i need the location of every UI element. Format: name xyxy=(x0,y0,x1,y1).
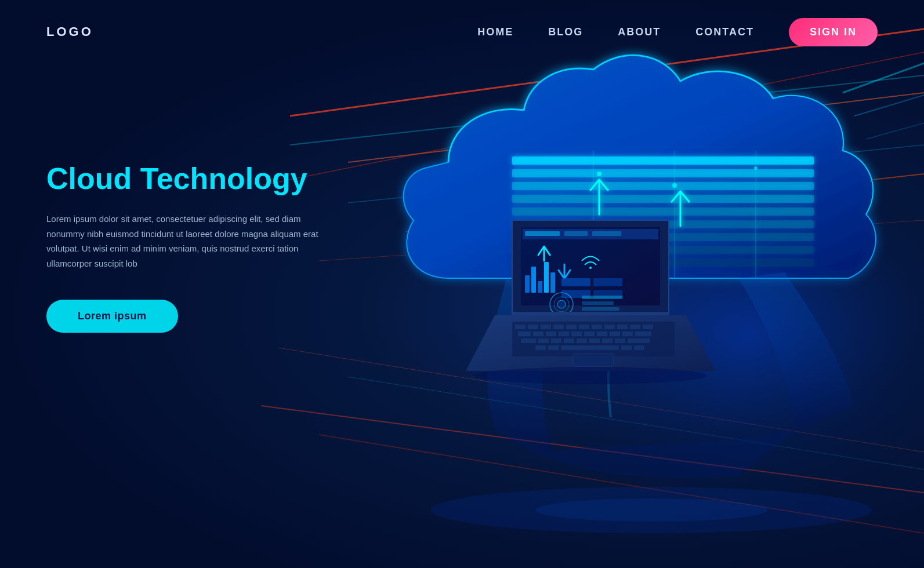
svg-rect-49 xyxy=(541,325,551,329)
svg-rect-45 xyxy=(512,312,669,315)
svg-rect-42 xyxy=(582,296,622,299)
svg-rect-74 xyxy=(602,338,613,343)
svg-rect-68 xyxy=(521,338,536,343)
hero-title: Cloud Technology xyxy=(46,162,319,195)
svg-rect-63 xyxy=(584,332,595,336)
svg-rect-33 xyxy=(544,262,549,293)
svg-rect-67 xyxy=(635,332,651,336)
svg-rect-75 xyxy=(615,338,625,343)
hero-illustration xyxy=(332,35,924,556)
svg-rect-15 xyxy=(512,195,814,203)
svg-rect-55 xyxy=(617,325,628,329)
svg-rect-60 xyxy=(546,332,556,336)
nav-contact[interactable]: CONTACT xyxy=(695,26,754,38)
svg-rect-65 xyxy=(610,332,620,336)
navigation: LOGO HOME BLOG ABOUT CONTACT SIGN IN xyxy=(0,0,924,64)
svg-rect-58 xyxy=(518,332,531,336)
nav-links: HOME BLOG ABOUT CONTACT SIGN IN xyxy=(477,18,878,46)
svg-rect-71 xyxy=(564,338,574,343)
svg-rect-13 xyxy=(512,169,814,177)
svg-rect-54 xyxy=(604,325,615,329)
hero-cta-button[interactable]: Lorem ipsum xyxy=(46,300,178,333)
svg-rect-30 xyxy=(525,275,530,293)
svg-rect-14 xyxy=(512,182,814,190)
svg-rect-59 xyxy=(533,332,543,336)
svg-rect-12 xyxy=(512,156,814,165)
svg-rect-79 xyxy=(561,345,619,350)
svg-rect-81 xyxy=(634,345,644,350)
svg-rect-51 xyxy=(566,325,577,329)
svg-point-29 xyxy=(589,267,592,269)
svg-point-85 xyxy=(672,183,677,188)
svg-rect-64 xyxy=(597,332,607,336)
hero-content: Cloud Technology Lorem ipsum dolor sit a… xyxy=(46,162,319,333)
svg-rect-76 xyxy=(628,338,650,343)
svg-line-88 xyxy=(854,81,924,116)
svg-point-86 xyxy=(754,166,758,170)
svg-rect-70 xyxy=(551,338,561,343)
svg-point-83 xyxy=(474,367,706,384)
svg-rect-62 xyxy=(571,332,582,336)
svg-rect-26 xyxy=(525,231,560,236)
svg-rect-78 xyxy=(548,345,559,350)
svg-rect-50 xyxy=(553,325,564,329)
svg-rect-31 xyxy=(531,267,536,293)
svg-rect-47 xyxy=(515,325,526,329)
svg-rect-73 xyxy=(589,338,600,343)
svg-rect-53 xyxy=(592,325,602,329)
svg-line-89 xyxy=(866,110,924,139)
svg-point-41 xyxy=(557,300,566,308)
svg-rect-80 xyxy=(621,345,632,350)
svg-rect-52 xyxy=(579,325,589,329)
logo[interactable]: LOGO xyxy=(46,24,93,39)
nav-about[interactable]: ABOUT xyxy=(618,26,661,38)
svg-rect-44 xyxy=(582,307,619,311)
svg-rect-34 xyxy=(550,272,555,293)
svg-point-91 xyxy=(535,498,767,522)
nav-home[interactable]: HOME xyxy=(477,26,513,38)
svg-rect-72 xyxy=(577,338,587,343)
svg-rect-69 xyxy=(538,338,549,343)
hero-description: Lorem ipsum dolor sit amet, consectetuer… xyxy=(46,212,319,271)
svg-rect-32 xyxy=(538,281,542,293)
svg-rect-82 xyxy=(573,354,614,366)
svg-rect-48 xyxy=(528,325,538,329)
svg-rect-77 xyxy=(535,345,546,350)
svg-rect-27 xyxy=(564,231,588,236)
signin-button[interactable]: SIGN IN xyxy=(789,18,878,46)
svg-rect-37 xyxy=(593,278,622,286)
svg-rect-57 xyxy=(643,325,653,329)
svg-rect-61 xyxy=(559,332,569,336)
nav-blog[interactable]: BLOG xyxy=(548,26,583,38)
svg-rect-35 xyxy=(561,278,590,286)
svg-rect-43 xyxy=(582,301,614,305)
svg-rect-28 xyxy=(592,231,621,236)
svg-rect-56 xyxy=(630,325,640,329)
svg-rect-16 xyxy=(512,207,814,216)
svg-point-84 xyxy=(597,172,601,176)
svg-rect-66 xyxy=(622,332,633,336)
